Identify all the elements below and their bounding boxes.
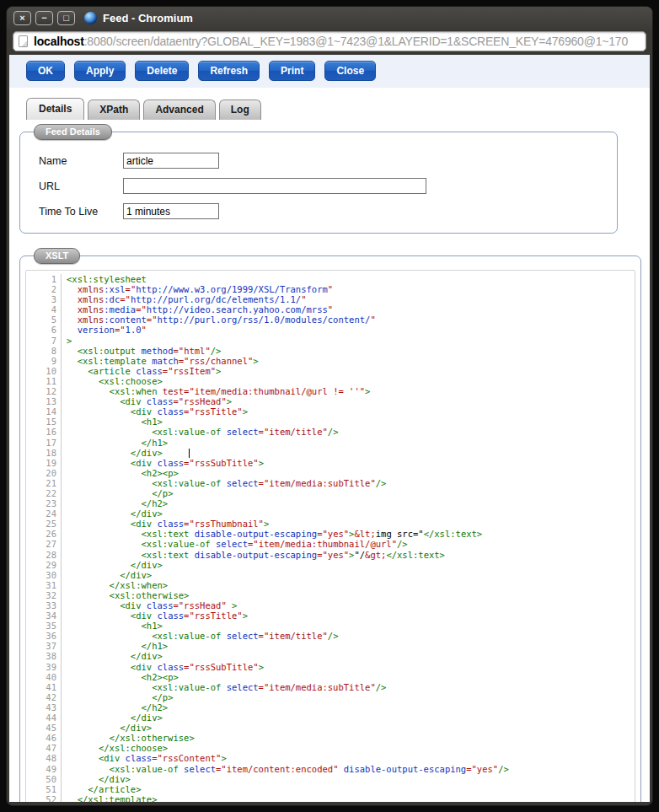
code-line: <xsl:value-of select="item/content:encod… xyxy=(67,764,635,774)
code-line: <xsl:otherwise> xyxy=(67,590,635,600)
field-input-url[interactable] xyxy=(123,178,426,194)
code-line: </div> xyxy=(67,448,635,458)
feed-details-legend: Feed Details xyxy=(34,124,112,140)
code-line: <xsl:template match="rss/channel"> xyxy=(67,356,635,366)
text-cursor xyxy=(189,449,190,458)
title-bar[interactable]: ×−□ Feed - Chromium xyxy=(7,7,652,30)
toolbar-button-ok[interactable]: OK xyxy=(26,61,65,81)
line-number: 43 xyxy=(26,702,56,713)
code-line: </xsl:otherwise> xyxy=(67,733,635,743)
page-icon xyxy=(19,35,28,47)
code-line: <div class="rssSubTitle"> xyxy=(67,662,635,672)
code-line: <h1> xyxy=(67,621,635,631)
code-line: <xsl:value-of select="item/title"/> xyxy=(67,631,635,641)
tab-advanced[interactable]: Advanced xyxy=(143,99,215,120)
code-line: <div class="rssThumbnail"> xyxy=(67,519,635,529)
code-line: xmlns:content="http://purl.org/rss/1.0/m… xyxy=(67,315,635,325)
line-number: 19 xyxy=(26,458,56,468)
toolbar-button-delete[interactable]: Delete xyxy=(135,61,189,81)
code-line: <div class="rssHead" > xyxy=(67,600,635,610)
code-line: xmlns:dc="http://purl.org/dc/elements/1.… xyxy=(67,294,635,304)
line-number: 27 xyxy=(26,539,56,549)
window-minimize-button[interactable]: − xyxy=(35,11,53,25)
line-number: 31 xyxy=(26,580,56,590)
code-line: <xsl:value-of select="item/media:subTitl… xyxy=(67,478,635,488)
line-number: 47 xyxy=(26,743,56,753)
line-number: 50 xyxy=(26,774,56,784)
code-line: </div> xyxy=(67,713,635,723)
code-line: <xsl:when test="item/media:thumbnail/@ur… xyxy=(67,386,635,396)
line-number: 45 xyxy=(26,723,56,733)
field-row-ttl: Time To Live xyxy=(39,203,600,219)
field-row-url: URL xyxy=(39,178,600,194)
code-line: <h2><p> xyxy=(67,468,635,478)
url-text: localhost:8080/screen/dataentry?GLOBAL_K… xyxy=(34,35,628,48)
code-line: </h1> xyxy=(67,438,635,448)
line-number: 37 xyxy=(26,641,56,651)
field-input-ttl[interactable] xyxy=(123,203,219,219)
line-number: 40 xyxy=(26,672,56,682)
line-number: 28 xyxy=(26,550,56,560)
line-number: 42 xyxy=(26,692,56,702)
line-number: 44 xyxy=(26,713,56,723)
code-line: </p> xyxy=(67,692,635,702)
line-number: 13 xyxy=(26,396,56,406)
line-number: 41 xyxy=(26,682,56,692)
tab-xpath[interactable]: XPath xyxy=(88,99,140,120)
toolbar-button-refresh[interactable]: Refresh xyxy=(198,61,260,81)
line-number: 9 xyxy=(26,356,56,366)
code-line: </div> xyxy=(67,560,635,570)
line-number: 30 xyxy=(26,570,56,580)
line-number: 2 xyxy=(26,284,56,294)
line-number: 18 xyxy=(26,448,56,458)
xslt-editor[interactable]: 1234567891011121314151617181920212223242… xyxy=(25,270,635,802)
line-number: 51 xyxy=(26,784,56,794)
code-line: <div class="rssHead"> xyxy=(67,396,635,406)
line-number: 7 xyxy=(26,336,56,346)
code-line: <xsl:value-of select="item/title"/> xyxy=(67,427,635,437)
address-bar[interactable]: localhost:8080/screen/dataentry?GLOBAL_K… xyxy=(13,31,646,51)
line-number: 36 xyxy=(26,631,56,641)
tab-log[interactable]: Log xyxy=(219,99,261,120)
line-number-gutter: 1234567891011121314151617181920212223242… xyxy=(26,274,62,802)
code-area[interactable]: <xsl:stylesheet xmlns:xsl="http://www.w3… xyxy=(62,274,635,802)
toolbar-button-close[interactable]: Close xyxy=(324,61,376,81)
code-line: version="1.0" xyxy=(67,325,635,335)
line-number: 24 xyxy=(26,508,56,519)
code-line: </p> xyxy=(67,488,635,498)
line-number: 5 xyxy=(26,315,56,325)
code-line: <div class="rssTitle"> xyxy=(67,406,635,417)
code-line: <xsl:value-of select="item/media:subTitl… xyxy=(67,682,635,692)
code-line: </article> xyxy=(67,784,635,794)
window-close-button[interactable]: × xyxy=(13,11,31,25)
line-number: 11 xyxy=(26,376,56,386)
field-input-name[interactable] xyxy=(123,153,219,169)
code-line: </xsl:template> xyxy=(67,794,635,802)
code-line: </h2> xyxy=(67,702,635,713)
toolbar-button-apply[interactable]: Apply xyxy=(74,61,126,81)
code-line: <div class="rssContent"> xyxy=(67,753,635,763)
line-number: 10 xyxy=(26,366,56,376)
line-number: 48 xyxy=(26,753,56,763)
line-number: 22 xyxy=(26,488,56,498)
toolbar-button-print[interactable]: Print xyxy=(269,61,315,81)
code-line: <xsl:text disable-output-escaping="yes">… xyxy=(67,550,635,560)
tab-bar: DetailsXPathAdvancedLog xyxy=(26,98,650,120)
window-controls: ×−□ xyxy=(13,11,79,25)
line-number: 21 xyxy=(26,478,56,488)
code-line: <xsl:choose> xyxy=(67,376,635,386)
field-row-name: Name xyxy=(39,153,600,169)
code-line: xmlns:xsl="http://www.w3.org/1999/XSL/Tr… xyxy=(67,284,635,294)
code-line: xmlns:media="http://video.search.yahoo.c… xyxy=(67,304,635,315)
code-line: <xsl:output method="html"/> xyxy=(67,346,635,356)
line-number: 34 xyxy=(26,610,56,621)
feed-details-fieldset: Feed Details NameURLTime To Live xyxy=(19,132,618,234)
action-toolbar: OKApplyDeleteRefreshPrintClose xyxy=(9,55,650,88)
window-maximize-button[interactable]: □ xyxy=(57,11,75,25)
page-content: OKApplyDeleteRefreshPrintClose DetailsXP… xyxy=(9,55,650,802)
code-line: <xsl:value-of select="item/media:thumbna… xyxy=(67,539,635,549)
field-label-ttl: Time To Live xyxy=(39,206,123,218)
line-number: 46 xyxy=(26,733,56,743)
tab-details[interactable]: Details xyxy=(26,98,84,120)
line-number: 12 xyxy=(26,386,56,396)
